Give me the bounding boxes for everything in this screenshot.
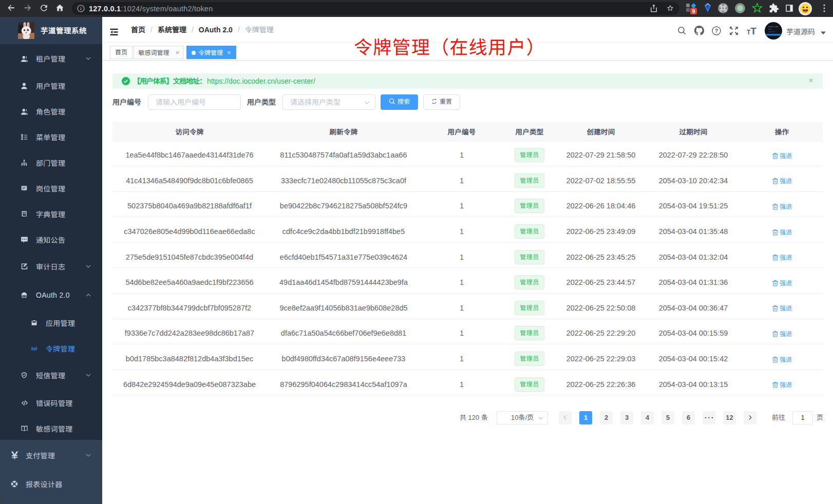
svg-text:?: ? (715, 28, 718, 34)
svg-text:9: 9 (692, 9, 695, 14)
